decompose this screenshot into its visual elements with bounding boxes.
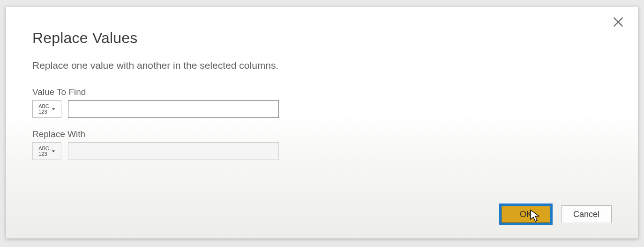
replace-with-input[interactable]	[68, 142, 279, 160]
value-to-find-label: Value To Find	[32, 87, 612, 97]
dialog-title: Replace Values	[32, 29, 612, 47]
app-backdrop: Replace Values Replace one value with an…	[0, 0, 644, 247]
replace-with-type-picker[interactable]: ABC 123	[32, 142, 61, 160]
replace-with-label: Replace With	[32, 129, 612, 139]
svg-marker-3	[52, 150, 55, 152]
ok-button[interactable]: OK	[502, 206, 550, 223]
cancel-button-label: Cancel	[573, 210, 599, 219]
replace-with-field: Replace With ABC 123	[32, 129, 612, 160]
value-to-find-type-picker[interactable]: ABC 123	[32, 100, 61, 118]
chevron-down-icon	[52, 107, 55, 111]
chevron-down-icon	[52, 149, 55, 153]
close-button[interactable]	[612, 15, 625, 29]
any-type-icon: ABC 123	[38, 145, 49, 157]
replace-values-dialog: Replace Values Replace one value with an…	[6, 7, 638, 239]
any-type-icon: ABC 123	[38, 103, 49, 115]
close-icon	[612, 15, 625, 29]
value-to-find-row: ABC 123	[32, 100, 279, 118]
svg-marker-2	[52, 108, 55, 110]
dialog-actions: OK Cancel	[499, 203, 612, 225]
ok-button-highlight: OK	[499, 203, 553, 225]
value-to-find-input[interactable]	[68, 100, 279, 118]
replace-with-row: ABC 123	[32, 142, 279, 160]
ok-button-label: OK	[520, 210, 532, 219]
cancel-button[interactable]: Cancel	[561, 205, 612, 223]
value-to-find-field: Value To Find ABC 123	[32, 87, 612, 118]
dialog-subtitle: Replace one value with another in the se…	[32, 60, 612, 71]
